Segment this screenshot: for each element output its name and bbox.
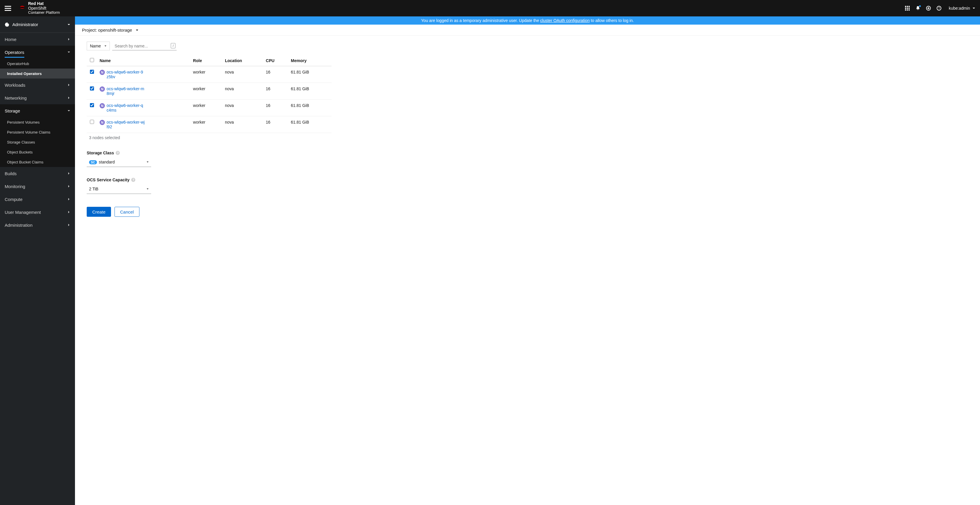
chevron-down-icon <box>146 161 149 163</box>
cell-role: worker <box>191 100 223 116</box>
cell-cpu: 16 <box>264 100 289 116</box>
nav-label: Monitoring <box>5 184 25 189</box>
nav-sub-storage-classes[interactable]: Storage Classes <box>0 137 75 147</box>
help-icon[interactable]: ? <box>934 3 944 13</box>
perspective-switcher[interactable]: Administrator <box>0 16 75 33</box>
svg-rect-4 <box>905 8 906 9</box>
svg-rect-6 <box>908 8 910 9</box>
nav-item-storage[interactable]: Storage <box>0 104 75 117</box>
nav-item-operators[interactable]: Operators <box>0 46 75 59</box>
nav-sub-object-bucket-claims[interactable]: Object Bucket Claims <box>0 157 75 167</box>
apps-icon[interactable] <box>902 3 913 13</box>
select-all-checkbox[interactable] <box>90 58 94 62</box>
notif-link[interactable]: cluster OAuth configuration <box>540 18 590 23</box>
nav-item-monitoring[interactable]: Monitoring <box>0 180 75 193</box>
nav-sub-object-buckets[interactable]: Object Buckets <box>0 147 75 157</box>
help-icon[interactable]: ? <box>116 151 120 155</box>
node-link[interactable]: ocs-wlqw6-worker-m8mjr <box>107 86 145 96</box>
nav-sub-operatorhub[interactable]: OperatorHub <box>0 59 75 69</box>
content-area: You are logged in as a temporary adminis… <box>75 16 980 505</box>
svg-point-0 <box>20 7 25 8</box>
nav-label: Builds <box>5 171 17 176</box>
chevron-down-icon <box>67 109 70 112</box>
svg-rect-2 <box>907 6 908 7</box>
filter-type-dropdown[interactable]: Name <box>87 41 110 50</box>
brand-line1-bold: Red Hat <box>28 1 44 6</box>
slash-shortcut-icon: / <box>171 43 175 48</box>
notification-bar: You are logged in as a temporary adminis… <box>75 16 980 25</box>
nav-item-builds[interactable]: Builds <box>0 167 75 180</box>
nav-label: Compute <box>5 197 22 202</box>
nodes-table: Name Role Location CPU Memory Nocs-wlqw6… <box>87 55 331 133</box>
chevron-right-icon <box>67 223 70 226</box>
nav-label: Workloads <box>5 83 25 88</box>
row-checkbox[interactable] <box>90 120 94 124</box>
help-icon[interactable]: ? <box>131 178 135 182</box>
brand-line2: Container Platform <box>28 11 60 14</box>
nav-item-workloads[interactable]: Workloads <box>0 78 75 91</box>
nav-sub-installed-operators[interactable]: Installed Operators <box>0 69 75 78</box>
add-icon[interactable] <box>923 3 934 13</box>
nav-item-administration[interactable]: Administration <box>0 218 75 231</box>
selected-count: 3 nodes selected <box>87 133 331 140</box>
cell-location: nova <box>223 66 264 83</box>
table-row: Nocs-wlqw6-worker-wjl92workernova1661.81… <box>87 116 331 133</box>
nav-label: Administration <box>5 223 32 228</box>
chevron-right-icon <box>67 172 70 175</box>
cell-cpu: 16 <box>264 116 289 133</box>
node-badge-icon: N <box>100 86 105 92</box>
perspective-label: Administrator <box>12 22 38 27</box>
chevron-right-icon <box>67 185 70 188</box>
nav-label: Home <box>5 37 16 42</box>
nav-item-compute[interactable]: Compute <box>0 193 75 206</box>
masthead: Red Hat OpenShift Container Platform ? k… <box>0 0 980 16</box>
user-menu[interactable]: kube:admin <box>949 6 975 11</box>
col-location: Location <box>223 55 264 66</box>
nav-label: Storage <box>5 108 20 113</box>
col-role: Role <box>191 55 223 66</box>
chevron-down-icon <box>972 7 975 10</box>
chevron-right-icon <box>67 38 70 41</box>
cell-memory: 61.81 GiB <box>288 100 331 116</box>
chevron-right-icon <box>67 210 70 213</box>
project-selector[interactable]: Project: openshift-storage <box>75 25 980 36</box>
nav-item-user-management[interactable]: User Management <box>0 206 75 218</box>
cell-location: nova <box>223 100 264 116</box>
gear-icon <box>5 22 10 27</box>
svg-rect-7 <box>905 10 906 11</box>
cell-location: nova <box>223 116 264 133</box>
storage-class-label: Storage Class <box>87 151 114 155</box>
chevron-down-icon <box>146 188 149 190</box>
brand-logo[interactable]: Red Hat OpenShift Container Platform <box>19 2 60 14</box>
nav-sub-persistent-volume-claims[interactable]: Persistent Volume Claims <box>0 127 75 137</box>
nav-sub-persistent-volumes[interactable]: Persistent Volumes <box>0 117 75 127</box>
notifications-icon[interactable] <box>913 3 923 13</box>
filter-type-label: Name <box>90 44 101 48</box>
nav-label: Operators <box>5 50 24 55</box>
storage-class-value: standard <box>99 159 115 164</box>
node-link[interactable]: ocs-wlqw6-worker-qc4ms <box>107 103 145 113</box>
chevron-right-icon <box>67 83 70 86</box>
row-checkbox[interactable] <box>90 86 94 91</box>
chevron-down-icon <box>135 29 138 32</box>
chevron-down-icon <box>67 23 70 26</box>
storage-class-dropdown[interactable]: SCstandard <box>87 157 151 167</box>
create-button[interactable]: Create <box>87 207 111 217</box>
node-link[interactable]: ocs-wlqw6-worker-wjl92 <box>107 120 145 129</box>
cell-role: worker <box>191 66 223 83</box>
nav-label: User Management <box>5 210 41 215</box>
cell-role: worker <box>191 83 223 100</box>
cell-memory: 61.81 GiB <box>288 83 331 100</box>
col-cpu: CPU <box>264 55 289 66</box>
node-link[interactable]: ocs-wlqw6-worker-9z5bv <box>107 70 145 79</box>
cancel-button[interactable]: Cancel <box>115 207 139 217</box>
search-input[interactable] <box>112 41 177 50</box>
capacity-dropdown[interactable]: 2 TiB <box>87 184 151 194</box>
svg-rect-3 <box>908 6 910 7</box>
row-checkbox[interactable] <box>90 70 94 74</box>
row-checkbox[interactable] <box>90 103 94 107</box>
hamburger-menu-button[interactable] <box>5 5 12 12</box>
cell-cpu: 16 <box>264 83 289 100</box>
nav-item-networking[interactable]: Networking <box>0 91 75 104</box>
nav-item-home[interactable]: Home <box>0 33 75 46</box>
